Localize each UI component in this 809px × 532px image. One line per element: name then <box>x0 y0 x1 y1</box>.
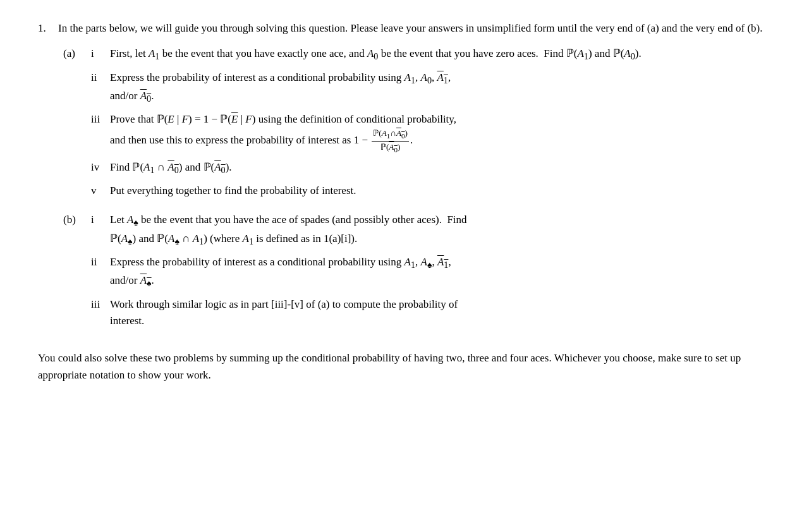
part-a-label: (a) <box>63 45 91 62</box>
part-b-subpart-iii: iii Work through similar logic as in par… <box>91 296 771 330</box>
subpart-b-i-label: i <box>91 212 110 228</box>
subpart-b-ii-label: ii <box>91 254 110 270</box>
subpart-a-iii-label: iii <box>91 111 110 128</box>
part-a: (a) i First, let A1 be the event that yo… <box>63 45 771 204</box>
subpart-b-i-content: Let A♠ be the event that you have the ac… <box>110 212 771 249</box>
subpart-a-ii-label: ii <box>91 70 110 86</box>
part-a-subpart-iv: iv Find ℙ(A1 ∩ A0) and ℙ(A0). <box>91 159 771 178</box>
subpart-a-iii-content: Prove that ℙ(E | F) = 1 − ℙ(E | F) using… <box>110 111 771 154</box>
part-a-subpart-iii: iii Prove that ℙ(E | F) = 1 − ℙ(E | F) u… <box>91 111 771 154</box>
problem-number-row: 1. In the parts below, we will guide you… <box>38 20 771 37</box>
subpart-a-iv-content: Find ℙ(A1 ∩ A0) and ℙ(A0). <box>110 159 771 178</box>
subpart-a-i-content: First, let A1 be the event that you have… <box>110 45 771 64</box>
subpart-b-iii-label: iii <box>91 296 110 313</box>
part-b-label: (b) <box>63 212 91 228</box>
subpart-b-ii-content: Express the probability of interest as a… <box>110 254 771 291</box>
problem-container: 1. In the parts below, we will guide you… <box>38 20 771 384</box>
parts-container: (a) i First, let A1 be the event that yo… <box>63 45 771 334</box>
subpart-a-ii-content: Express the probability of interest as a… <box>110 70 771 107</box>
part-b-content: i Let A♠ be the event that you have the … <box>91 212 771 334</box>
subpart-a-v-content: Put everything together to find the prob… <box>110 183 771 199</box>
fraction-numerator: ℙ(A1∩A0) <box>372 128 409 142</box>
problem-intro-text: In the parts below, we will guide you th… <box>58 20 771 37</box>
fraction-denominator: ℙ(A0) <box>379 142 401 154</box>
subpart-a-iv-label: iv <box>91 159 110 176</box>
part-a-subpart-v: v Put everything together to find the pr… <box>91 183 771 199</box>
fraction-iii: ℙ(A1∩A0) ℙ(A0) <box>372 128 409 154</box>
part-a-subpart-i: i First, let A1 be the event that you ha… <box>91 45 771 64</box>
subpart-b-iii-content: Work through similar logic as in part [i… <box>110 296 771 330</box>
part-b-subpart-ii: ii Express the probability of interest a… <box>91 254 771 291</box>
subpart-a-i-label: i <box>91 45 110 62</box>
closing-paragraph: You could also solve these two problems … <box>38 349 771 384</box>
subpart-a-v-label: v <box>91 183 110 199</box>
part-b: (b) i Let A♠ be the event that you have … <box>63 212 771 334</box>
problem-number-label: 1. <box>38 20 53 37</box>
part-b-subpart-i: i Let A♠ be the event that you have the … <box>91 212 771 249</box>
part-a-content: i First, let A1 be the event that you ha… <box>91 45 771 204</box>
part-a-subpart-ii: ii Express the probability of interest a… <box>91 70 771 107</box>
